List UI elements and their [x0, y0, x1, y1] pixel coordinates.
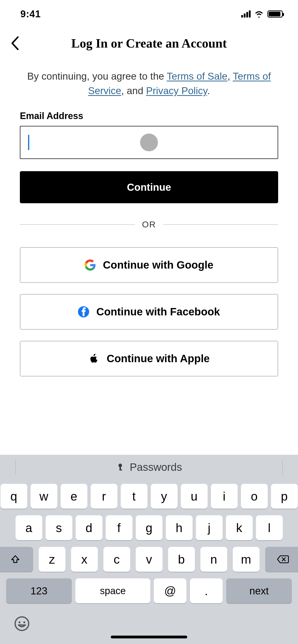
svg-point-7	[19, 621, 20, 623]
keyboard-row-4: 123 space @ . next	[3, 578, 295, 603]
or-divider: OR	[20, 219, 278, 229]
key-r[interactable]: r	[91, 484, 117, 509]
key-m[interactable]: m	[233, 547, 260, 572]
key-x[interactable]: x	[71, 547, 98, 572]
apple-button-label: Continue with Apple	[107, 353, 210, 365]
space-key[interactable]: space	[75, 578, 150, 603]
keyboard-row-3: z x c v b n m	[3, 547, 295, 572]
touch-indicator	[140, 134, 158, 151]
key-d[interactable]: d	[76, 515, 102, 540]
google-icon	[85, 259, 96, 271]
key-n[interactable]: n	[200, 547, 227, 572]
key-s[interactable]: s	[46, 515, 72, 540]
key-h[interactable]: h	[166, 515, 193, 540]
terms-prefix: By continuing, you agree to the	[27, 71, 167, 82]
key-a[interactable]: a	[16, 515, 42, 540]
google-button-label: Continue with Google	[103, 259, 213, 271]
key-t[interactable]: t	[121, 484, 147, 509]
key-o[interactable]: o	[241, 484, 268, 509]
dot-key[interactable]: .	[190, 578, 223, 603]
key-l[interactable]: l	[256, 515, 283, 540]
key-q[interactable]: q	[1, 484, 27, 509]
key-c[interactable]: c	[103, 547, 130, 572]
passwords-suggestion[interactable]: Passwords	[0, 455, 298, 480]
email-label: Email Address	[20, 111, 278, 121]
key-f[interactable]: f	[106, 515, 132, 540]
key-u[interactable]: u	[181, 484, 208, 509]
home-indicator[interactable]	[111, 636, 187, 638]
continue-with-google-button[interactable]: Continue with Google	[20, 247, 278, 283]
shift-key[interactable]	[0, 547, 33, 572]
key-e[interactable]: e	[61, 484, 87, 509]
chevron-left-icon	[10, 36, 19, 51]
terms-of-sale-link[interactable]: Terms of Sale	[167, 71, 227, 82]
keyboard-row-2: a s d f g h j k l	[3, 515, 295, 540]
backspace-icon	[277, 555, 289, 564]
cellular-signal-icon	[241, 10, 251, 18]
key-b[interactable]: b	[168, 547, 195, 572]
key-k[interactable]: k	[226, 515, 253, 540]
status-indicators	[241, 10, 283, 18]
svg-point-8	[23, 621, 25, 623]
back-button[interactable]	[10, 36, 19, 51]
key-p[interactable]: p	[271, 484, 298, 509]
continue-button[interactable]: Continue	[20, 171, 278, 203]
backspace-key[interactable]	[265, 547, 298, 572]
next-key[interactable]: next	[226, 578, 292, 603]
key-g[interactable]: g	[136, 515, 162, 540]
keyboard-bottom	[0, 603, 298, 644]
battery-icon	[267, 10, 283, 18]
numbers-key[interactable]: 123	[6, 578, 72, 603]
key-z[interactable]: z	[39, 547, 65, 572]
key-v[interactable]: v	[136, 547, 162, 572]
continue-with-facebook-button[interactable]: Continue with Facebook	[20, 294, 278, 330]
emoji-key[interactable]	[14, 616, 30, 632]
keyboard: Passwords q w e r t y u i o p a s d f g …	[0, 455, 298, 644]
status-time: 9:41	[20, 9, 41, 20]
key-j[interactable]: j	[196, 515, 223, 540]
svg-point-6	[15, 617, 29, 630]
header: Log In or Create an Account	[0, 28, 298, 58]
privacy-policy-link[interactable]: Privacy Policy	[146, 85, 207, 96]
or-text: OR	[142, 219, 156, 229]
shift-icon	[10, 554, 20, 564]
key-w[interactable]: w	[31, 484, 57, 509]
page-title: Log In or Create an Account	[71, 36, 227, 51]
key-i[interactable]: i	[211, 484, 238, 509]
continue-with-apple-button[interactable]: Continue with Apple	[20, 341, 278, 376]
wifi-icon	[254, 10, 264, 18]
login-form: Email Address Continue OR Continue with …	[0, 98, 298, 376]
status-bar: 9:41	[0, 0, 298, 28]
facebook-button-label: Continue with Facebook	[96, 306, 220, 318]
at-key[interactable]: @	[154, 578, 186, 603]
terms-text: By continuing, you agree to the Terms of…	[0, 58, 298, 98]
keyboard-row-1: q w e r t y u i o p	[3, 484, 295, 509]
facebook-icon	[78, 306, 89, 317]
key-icon	[116, 463, 125, 472]
email-field[interactable]	[20, 126, 278, 159]
passwords-label: Passwords	[130, 461, 182, 473]
svg-rect-3	[119, 470, 122, 471]
apple-icon	[88, 353, 100, 364]
key-y[interactable]: y	[151, 484, 178, 509]
